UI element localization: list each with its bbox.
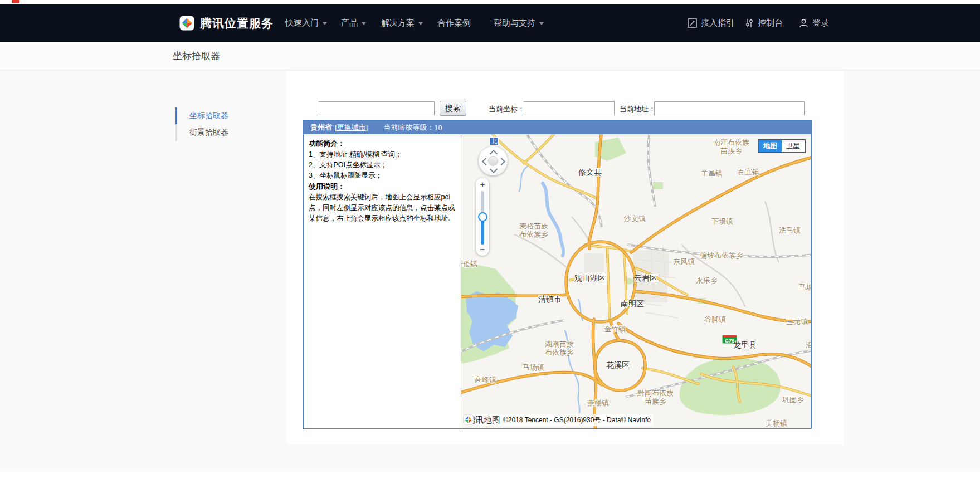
nav-item-login[interactable]: 登录 (799, 4, 829, 42)
map-label: 永乐乡 (696, 277, 718, 285)
chevron-down-icon (323, 22, 327, 27)
map-label: 偏坡布依族乡 (700, 252, 743, 260)
console-sliders-icon (745, 18, 754, 28)
picker-panel: 贵州省 [更换城市] 当前缩放等级： 10 功能简介： 1、支持地址 精确/模糊… (303, 120, 812, 429)
search-input[interactable] (319, 101, 435, 115)
chevron-down-icon (539, 22, 544, 27)
nav-item-products[interactable]: 产品 (341, 4, 366, 42)
map-label: 东风镇 (673, 258, 695, 266)
sidebar-item-coordinate-picker[interactable]: 坐标拾取器 (175, 107, 265, 124)
map-label: 洗马镇 (779, 227, 801, 235)
pan-control[interactable] (479, 146, 508, 175)
top-strip (0, 0, 980, 4)
top-strip-marker (12, 0, 19, 3)
change-city-link[interactable]: [更换城市] (335, 123, 368, 133)
attribution-copyright: ©2018 Tencent - GS(2016)930号 - Data© Nav… (503, 416, 651, 425)
guide-edit-icon (688, 18, 697, 28)
nav-item-quickstart[interactable]: 快速入门 (285, 4, 327, 42)
chevron-down-icon (418, 22, 423, 27)
map-label: 金竹镇 (604, 325, 626, 334)
map-label: 云岩区 (634, 273, 657, 282)
map-label: 马坡 (799, 284, 811, 292)
map-label: 清镇市 (538, 295, 562, 304)
map-canvas[interactable]: G75 南江布依族 苗族乡修文县羊昌镇百宜镇沙文镇下坝镇洗马镇麦格苗族 布依族乡… (461, 134, 811, 428)
feature-line: 2、支持POI点坐标显示； (309, 160, 456, 170)
pan-down-arrow-icon[interactable] (490, 165, 498, 173)
usage-title: 使用说明： (309, 181, 456, 192)
current-addr-label: 当前地址： (620, 104, 656, 114)
map-type-toggle: 地图 卫星 (758, 139, 806, 153)
search-button[interactable]: 搜索 (440, 101, 466, 116)
nav-item-solutions[interactable]: 解决方案 (381, 4, 423, 42)
map-label: 花溪区 (606, 360, 630, 369)
user-icon (799, 18, 808, 28)
brand-logo[interactable]: 腾讯位置服务 (179, 4, 274, 42)
map-label: 沿 (806, 341, 811, 350)
map-label: 下坝镇 (711, 218, 733, 226)
pan-center-button[interactable] (488, 156, 498, 166)
current-coord-input[interactable] (524, 101, 615, 115)
page-title: 坐标拾取器 (173, 42, 220, 70)
page: 腾讯位置服务 快速入门 产品 解决方案 合作案例 帮助与支持 (0, 0, 980, 479)
map-label: 巩固乡 (782, 396, 804, 404)
map-label: 南江布依族 苗族乡 (713, 139, 749, 155)
chevron-down-icon (362, 22, 366, 27)
map-label: 湖潮苗族 布依族乡 (545, 340, 574, 357)
nav-item-cases[interactable]: 合作案例 (437, 4, 471, 42)
map-label: 修文县 (578, 168, 602, 177)
map-label: 观山湖区 (574, 273, 606, 282)
zoom-slider[interactable]: + − (476, 178, 489, 256)
map-label: 黔陶布依族 苗族乡 (637, 389, 674, 406)
zoom-level-label: 当前缩放等级： (383, 123, 434, 133)
current-coord-label: 当前坐标： (489, 104, 525, 114)
zoom-in-button[interactable]: + (476, 179, 489, 189)
map-label: 沙文镇 (624, 215, 646, 223)
compass-north-badge: 北 (490, 137, 499, 145)
features-title: 功能简介： (309, 138, 456, 149)
map-label: 高峰镇 (475, 376, 496, 384)
zoom-level-value: 10 (434, 124, 442, 132)
brand-logo-text: 腾讯位置服务 (200, 16, 274, 31)
province-label: 贵州省 (310, 123, 332, 133)
nav-item-access-guide[interactable]: 接入指引 (688, 4, 734, 42)
map-label: 美杨镇 (766, 419, 787, 428)
satellite-type-button[interactable]: 卫星 (782, 140, 805, 152)
sidebar-item-streetview-picker[interactable]: 街景拾取器 (175, 124, 265, 141)
map-attribution: 腾讯地图 ©2018 Tencent - GS(2016)930号 - Data… (463, 414, 654, 426)
picker-header: 贵州省 [更换城市] 当前缩放等级： 10 (304, 121, 811, 134)
info-panel: 功能简介： 1、支持地址 精确/模糊 查询； 2、支持POI点坐标显示； 3、坐… (304, 134, 461, 428)
subheader: 坐标拾取器 (0, 42, 980, 70)
map-label: 麦格苗族 布依族乡 (519, 222, 548, 239)
feature-line: 1、支持地址 精确/模糊 查询； (309, 149, 456, 160)
navbar: 腾讯位置服务 快速入门 产品 解决方案 合作案例 帮助与支持 (0, 4, 980, 42)
map-label: 羊昌镇 (701, 169, 723, 178)
current-addr-input[interactable] (654, 101, 805, 115)
map-label: 百宜镇 (738, 168, 759, 177)
sidebar: 坐标拾取器 街景拾取器 (175, 107, 265, 141)
tencent-map-logo-icon (179, 16, 194, 31)
map-label: 燕楼镇 (587, 399, 609, 408)
map-labels-layer: 南江布依族 苗族乡修文县羊昌镇百宜镇沙文镇下坝镇洗马镇麦格苗族 布依族乡犁倭镇偏… (461, 134, 811, 428)
map-label: 龙里县 (733, 340, 757, 349)
map-label: 谷脚镇 (704, 316, 726, 324)
map-type-button[interactable]: 地图 (759, 140, 782, 152)
map-label: 犁倭镇 (461, 260, 477, 268)
map-label: 马场镇 (523, 364, 544, 372)
zoom-slider-handle[interactable] (478, 212, 487, 222)
pan-right-arrow-icon[interactable] (498, 158, 505, 165)
nav-item-help[interactable]: 帮助与支持 (494, 4, 544, 42)
usage-text: 在搜索框搜索关键词后，地图上会显示相应poi点，同时左侧显示对应该点的信息，点击… (309, 192, 456, 224)
map-label: 三元镇 (786, 318, 808, 326)
map-label: 南明区 (621, 299, 644, 308)
zoom-out-button[interactable]: − (476, 245, 489, 254)
nav-item-console[interactable]: 控制台 (745, 4, 783, 42)
feature-line: 3、坐标鼠标跟随显示； (309, 170, 456, 181)
footer-strip (0, 472, 980, 479)
